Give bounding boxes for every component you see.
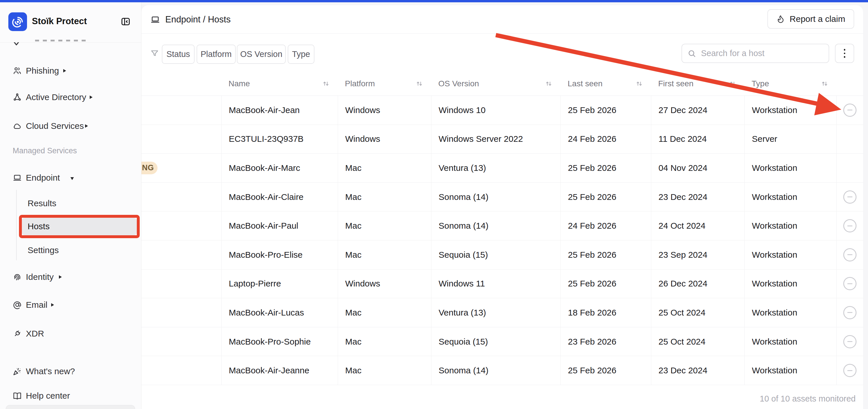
cell-platform: Windows xyxy=(338,96,431,124)
deactivate-host-button[interactable] xyxy=(843,191,857,204)
chevron-right-icon xyxy=(59,275,62,279)
section-label-managed-services: Managed Services xyxy=(13,146,77,155)
users-icon xyxy=(13,66,22,75)
minus-circle-icon xyxy=(847,283,852,284)
cell-first-seen: 11 Dec 2024 xyxy=(651,125,744,154)
table-row[interactable]: MacBook-Pro-Sophie Mac Sequoia (15) 23 F… xyxy=(142,327,863,356)
cell-last-seen: 25 Feb 2026 xyxy=(560,356,651,385)
filter-chip-type[interactable]: Type xyxy=(288,45,314,64)
cell-first-seen: 25 Oct 2024 xyxy=(651,327,744,356)
table-row[interactable]: MacBook-Air-Claire Mac Sonoma (14) 25 Fe… xyxy=(142,183,863,212)
cell-name: Laptop-Pierre xyxy=(221,269,338,298)
deactivate-host-button[interactable] xyxy=(843,364,857,377)
cell-os: Windows 11 xyxy=(431,269,560,298)
hosts-table: MacBook-Air-Jean Windows Windows 10 25 F… xyxy=(142,95,863,385)
deactivate-host-button[interactable] xyxy=(843,306,857,319)
sidebar-item-identity[interactable]: Identity xyxy=(0,270,142,284)
clipped-chevron-down-icon xyxy=(12,42,21,46)
table-row[interactable]: Laptop-Pierre Windows Windows 11 25 Feb … xyxy=(142,269,863,298)
at-sign-icon xyxy=(13,300,22,310)
table-row[interactable]: MacBook-Air-Paul Mac Sonoma (14) 24 Feb … xyxy=(142,211,863,240)
table-row[interactable]: MacBook-Air-Jeanne Mac Sonoma (14) 25 Fe… xyxy=(142,356,863,385)
header-os-version[interactable]: OS Version xyxy=(431,72,560,95)
sidebar-item-results[interactable]: Results xyxy=(0,197,142,210)
sort-icon xyxy=(322,80,330,87)
sidebar-item-hosts[interactable]: Hosts xyxy=(0,220,142,233)
cell-os: Ventura (13) xyxy=(431,298,560,327)
sidebar-item-settings[interactable]: Settings xyxy=(0,243,142,257)
cell-os: Sequoia (15) xyxy=(431,327,560,356)
more-options-button[interactable] xyxy=(835,44,854,63)
header-platform[interactable]: Platform xyxy=(338,72,431,95)
header-first-seen[interactable]: First seen xyxy=(651,72,744,95)
header-type[interactable]: Type xyxy=(744,72,836,95)
cell-os: Windows 10 xyxy=(431,96,560,124)
main-content-card: Endpoint / Hosts Report a claim Status P… xyxy=(142,5,863,409)
cell-last-seen: 25 Feb 2026 xyxy=(560,240,651,269)
collapse-sidebar-button[interactable] xyxy=(120,16,131,27)
filter-chip-status[interactable]: Status xyxy=(162,45,194,64)
chevron-right-icon xyxy=(90,95,93,99)
minus-circle-icon xyxy=(847,312,852,313)
cell-first-seen: 23 Dec 2024 xyxy=(651,356,744,385)
table-row[interactable]: MacBook-Air-Jean Windows Windows 10 25 F… xyxy=(142,96,863,125)
deactivate-host-button[interactable] xyxy=(843,277,857,290)
minus-circle-icon xyxy=(847,254,852,255)
laptop-icon xyxy=(150,15,160,25)
sidebar-item-email[interactable]: Email xyxy=(0,298,142,312)
search-input[interactable] xyxy=(701,49,824,58)
sidebar-item-endpoint[interactable]: Endpoint xyxy=(0,171,142,185)
minus-circle-icon xyxy=(847,341,852,342)
table-header: Name Platform OS Version Last seen First… xyxy=(142,72,863,95)
cell-first-seen: 23 Dec 2024 xyxy=(651,183,744,211)
deactivate-host-button[interactable] xyxy=(843,248,857,261)
report-claim-button[interactable]: Report a claim xyxy=(767,9,854,29)
party-popper-icon xyxy=(13,367,22,376)
filter-chip-label: Platform xyxy=(200,50,232,59)
table-row[interactable]: EC3TULI-23Q937B Windows Windows Server 2… xyxy=(142,125,863,154)
table-row[interactable]: MacBook-Pro-Elise Mac Sequoia (15) 25 Fe… xyxy=(142,240,863,269)
cell-platform: Windows xyxy=(338,125,431,154)
sidebar-item-help-center[interactable]: Help center xyxy=(0,389,142,403)
cell-type: Workstation xyxy=(744,211,836,240)
flame-icon xyxy=(776,15,785,23)
cell-name: MacBook-Air-Claire xyxy=(221,183,338,211)
header-name[interactable]: Name xyxy=(221,72,338,95)
cell-type: Workstation xyxy=(744,154,836,182)
cell-platform: Mac xyxy=(338,327,431,356)
cell-last-seen: 23 Feb 2026 xyxy=(560,327,651,356)
cell-first-seen: 23 Sep 2024 xyxy=(651,240,744,269)
deactivate-host-button[interactable] xyxy=(843,219,857,232)
cell-type: Workstation xyxy=(744,183,836,211)
cell-last-seen: 24 Feb 2026 xyxy=(560,125,651,154)
table-row[interactable]: MacBook-Air-Lucas Mac Ventura (13) 18 Fe… xyxy=(142,298,863,327)
sidebar-item-whats-new[interactable]: What's new? xyxy=(0,364,142,378)
status-badge: NG xyxy=(142,162,157,174)
sidebar-item-cloud-services[interactable]: Cloud Services xyxy=(0,119,142,133)
cell-platform: Mac xyxy=(338,298,431,327)
host-search xyxy=(681,44,829,63)
cell-first-seen: 04 Nov 2024 xyxy=(651,154,744,182)
cell-type: Workstation xyxy=(744,96,836,124)
cell-platform: Mac xyxy=(338,154,431,182)
divider xyxy=(0,42,142,42)
deactivate-host-button[interactable] xyxy=(843,104,857,117)
cell-last-seen: 25 Feb 2026 xyxy=(560,154,651,182)
filter-chip-label: OS Version xyxy=(240,50,282,59)
filter-chip-platform[interactable]: Platform xyxy=(196,45,236,64)
table-row[interactable]: NG MacBook-Air-Marc Mac Ventura (13) 25 … xyxy=(142,154,863,183)
cell-platform: Mac xyxy=(338,240,431,269)
sidebar-item-xdr[interactable]: XDR xyxy=(0,327,142,341)
chevron-right-icon xyxy=(63,69,66,72)
sidebar-item-active-directory[interactable]: Active Directory xyxy=(0,90,142,104)
cloud-icon xyxy=(13,121,22,130)
clipped-bottom-card xyxy=(6,405,135,409)
filter-chip-os-version[interactable]: OS Version xyxy=(237,45,286,64)
header-last-seen[interactable]: Last seen xyxy=(560,72,651,95)
deactivate-host-button[interactable] xyxy=(843,335,857,348)
cell-type: Workstation xyxy=(744,356,836,385)
sidebar-item-phishing[interactable]: Phishing xyxy=(0,64,142,78)
clipped-text-fragment xyxy=(35,40,86,41)
cell-type: Workstation xyxy=(744,298,836,327)
filter-funnel-icon xyxy=(150,49,159,58)
